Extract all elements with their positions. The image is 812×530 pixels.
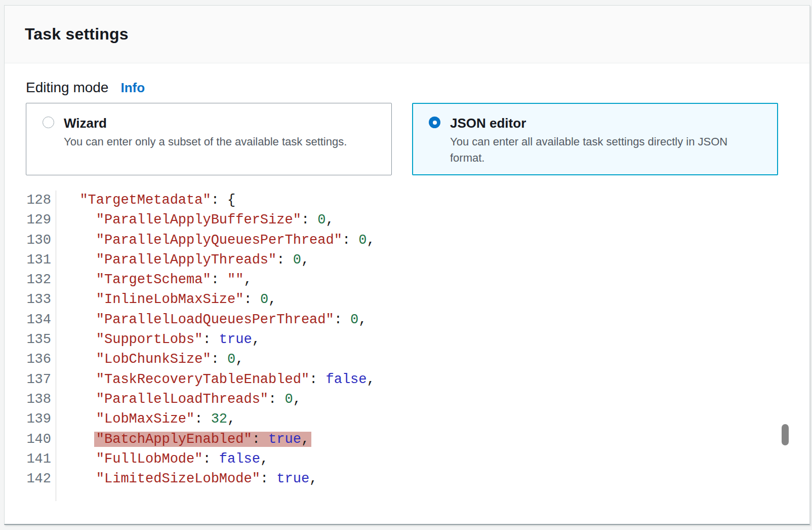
line-number: 142 xyxy=(26,469,56,489)
wizard-option-label: Wizard xyxy=(64,116,347,131)
code-line[interactable]: 141 "FullLobMode": false, xyxy=(26,449,788,469)
code-text[interactable]: "ParallelLoadThreads": 0, xyxy=(56,390,301,409)
wizard-radio[interactable] xyxy=(43,117,54,128)
line-number: 141 xyxy=(26,449,56,469)
code-text[interactable]: "FullLobMode": false, xyxy=(56,449,268,469)
line-number: 129 xyxy=(26,210,56,230)
line-number: 137 xyxy=(26,370,56,390)
code-text[interactable]: "TargetSchema": "", xyxy=(56,270,252,290)
code-text[interactable]: "ParallelLoadQueuesPerThread": 0, xyxy=(56,310,367,330)
line-number: 138 xyxy=(26,390,56,409)
code-line[interactable]: 140 "BatchApplyEnabled": true, xyxy=(26,430,788,449)
code-line[interactable]: 137 "TaskRecoveryTableEnabled": false, xyxy=(26,370,788,390)
code-text[interactable]: "ParallelApplyThreads": 0, xyxy=(56,250,309,270)
line-number: 139 xyxy=(26,409,56,429)
highlighted-code[interactable]: "BatchApplyEnabled": true, xyxy=(96,432,309,447)
code-line[interactable]: 139 "LobMaxSize": 32, xyxy=(26,409,788,429)
code-line[interactable]: 132 "TargetSchema": "", xyxy=(26,270,788,290)
code-text[interactable]: "LimitedSizeLobMode": true, xyxy=(56,469,317,489)
gutter-tail xyxy=(26,489,788,501)
code-text[interactable]: "InlineLobMaxSize": 0, xyxy=(56,290,276,310)
code-line[interactable]: 138 "ParallelLoadThreads": 0, xyxy=(26,390,788,409)
radio-column xyxy=(429,116,450,174)
json-editor-radio[interactable] xyxy=(429,117,440,128)
code-text[interactable]: "TargetMetadata": { xyxy=(56,191,235,210)
line-number: 130 xyxy=(26,231,56,250)
code-text[interactable]: "SupportLobs": true, xyxy=(56,330,260,350)
code-line[interactable]: 130 "ParallelApplyQueuesPerThread": 0, xyxy=(26,231,788,250)
line-number: 131 xyxy=(26,250,56,270)
code-line[interactable]: 133 "InlineLobMaxSize": 0, xyxy=(26,290,788,310)
json-editor-option-card[interactable]: JSON editor You can enter all available … xyxy=(412,103,778,175)
radio-column xyxy=(43,116,64,175)
editing-mode-row: Editing mode Info xyxy=(26,80,788,96)
line-number: 132 xyxy=(26,270,56,290)
line-number: 135 xyxy=(26,330,56,350)
editing-mode-options: Wizard You can enter only a subset of th… xyxy=(26,103,788,175)
line-number: 133 xyxy=(26,290,56,310)
code-text[interactable]: "LobMaxSize": 32, xyxy=(56,409,235,429)
code-area[interactable]: 128 "TargetMetadata": {129 "ParallelAppl… xyxy=(26,191,788,501)
json-editor-option-text: JSON editor You can enter all available … xyxy=(450,116,757,174)
wizard-option-text: Wizard You can enter only a subset of th… xyxy=(64,116,347,175)
json-code-editor[interactable]: 128 "TargetMetadata": {129 "ParallelAppl… xyxy=(26,191,788,501)
code-line[interactable]: 128 "TargetMetadata": { xyxy=(26,191,788,210)
line-number: 136 xyxy=(26,350,56,369)
line-number: 134 xyxy=(26,310,56,330)
editing-mode-label: Editing mode xyxy=(26,80,108,96)
panel-body: Editing mode Info Wizard You can enter o… xyxy=(5,63,809,501)
code-text[interactable]: "ParallelApplyQueuesPerThread": 0, xyxy=(56,231,375,250)
json-editor-option-description: You can enter all available task setting… xyxy=(450,134,757,166)
panel-header: Task settings xyxy=(5,6,809,63)
code-line[interactable]: 136 "LobChunkSize": 0, xyxy=(26,350,788,369)
line-number: 140 xyxy=(26,430,56,449)
code-line[interactable]: 131 "ParallelApplyThreads": 0, xyxy=(26,250,788,270)
wizard-option-card[interactable]: Wizard You can enter only a subset of th… xyxy=(26,103,392,175)
code-line[interactable]: 142 "LimitedSizeLobMode": true, xyxy=(26,469,788,489)
code-line[interactable]: 134 "ParallelLoadQueuesPerThread": 0, xyxy=(26,310,788,330)
code-text[interactable]: "BatchApplyEnabled": true, xyxy=(56,430,309,449)
json-editor-option-label: JSON editor xyxy=(450,116,757,131)
code-text[interactable]: "TaskRecoveryTableEnabled": false, xyxy=(56,370,375,390)
code-line[interactable]: 135 "SupportLobs": true, xyxy=(26,330,788,350)
editor-scrollbar-thumb[interactable] xyxy=(782,424,789,445)
line-number: 128 xyxy=(26,191,56,210)
task-settings-panel: Task settings Editing mode Info Wizard Y… xyxy=(4,5,810,525)
code-text[interactable]: "LobChunkSize": 0, xyxy=(56,350,243,369)
info-link[interactable]: Info xyxy=(120,80,145,96)
code-text[interactable]: "ParallelApplyBufferSize": 0, xyxy=(56,210,334,230)
code-line[interactable]: 129 "ParallelApplyBufferSize": 0, xyxy=(26,210,788,230)
page-title: Task settings xyxy=(25,25,129,44)
wizard-option-description: You can enter only a subset of the avail… xyxy=(64,134,347,150)
